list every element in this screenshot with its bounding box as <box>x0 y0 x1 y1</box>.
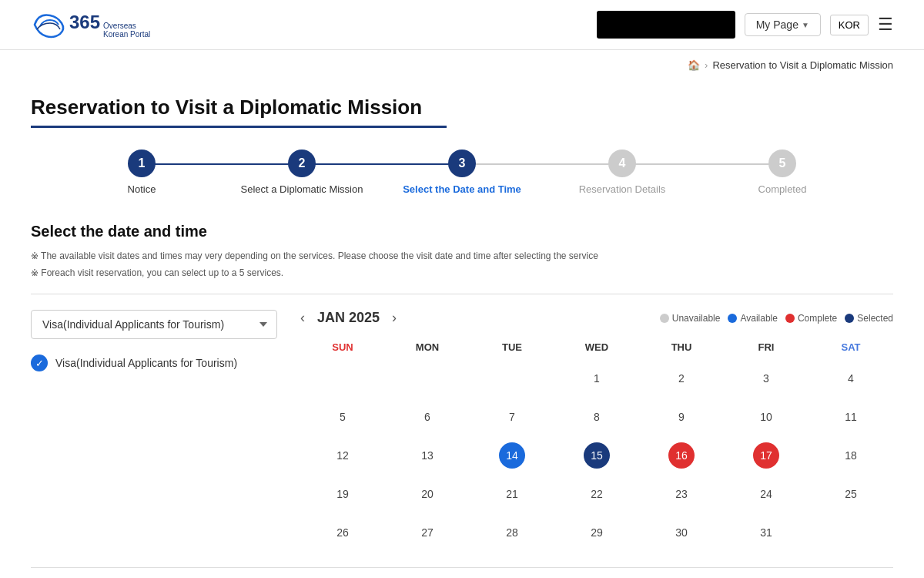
service-checkbox-label: Visa(Individual Applicants for Tourism) <box>55 357 237 369</box>
day-4: 4 <box>838 365 864 391</box>
day-7: 7 <box>499 404 525 430</box>
weekday-mon: MON <box>385 335 470 359</box>
logo-sub2: Korean Portal <box>103 30 150 39</box>
title-underline <box>31 126 447 128</box>
day-31: 31 <box>753 519 779 546</box>
calendar-week-1: 1234 <box>300 359 893 398</box>
service-checkbox[interactable]: ✓ Visa(Individual Applicants for Tourism… <box>31 355 277 371</box>
mypage-label: My Page <box>756 18 798 31</box>
bottom-section: ※Please check the required documents for… <box>31 567 893 578</box>
prev-month-button[interactable]: ‹ <box>300 310 305 326</box>
day-18: 18 <box>838 442 864 469</box>
step-2-circle: 2 <box>288 150 316 177</box>
step-connector-3 <box>462 163 622 165</box>
calendar-week-5: 262728293031 <box>300 513 893 552</box>
day-5: 5 <box>330 404 356 430</box>
calendar-cell <box>385 359 470 398</box>
calendar-nav: ‹ JAN 2025 › <box>300 310 397 326</box>
day-30: 30 <box>668 519 695 546</box>
calendar-cell: 1 <box>554 359 639 398</box>
day-13: 13 <box>414 442 440 469</box>
logo-icon <box>31 9 69 40</box>
calendar-cell: 19 <box>300 475 385 513</box>
calendar-cell: 7 <box>470 398 554 436</box>
day-6: 6 <box>414 404 440 430</box>
calendar-cell: 25 <box>808 475 893 513</box>
day-16[interactable]: 16 <box>668 442 695 469</box>
day-25: 25 <box>838 481 864 507</box>
search-input[interactable] <box>597 11 735 39</box>
day-1: 1 <box>584 365 610 391</box>
day-2: 2 <box>668 365 695 391</box>
section-title: Select the date and time <box>31 223 893 240</box>
selected-dot <box>845 314 854 323</box>
calendar-cell <box>808 513 893 552</box>
day-29: 29 <box>584 519 610 546</box>
day-11: 11 <box>838 404 864 430</box>
calendar-cell: 13 <box>385 436 470 475</box>
day-22: 22 <box>584 481 610 507</box>
weekday-tue: TUE <box>470 335 554 359</box>
calendar-cell <box>300 359 385 398</box>
calendar-cell: 21 <box>470 475 554 513</box>
checkbox-checked-icon: ✓ <box>31 355 48 371</box>
home-icon[interactable]: 🏠 <box>688 59 700 71</box>
service-dropdown[interactable]: Visa(Individual Applicants for Tourism) <box>31 310 277 339</box>
logo-sub1: Overseas <box>103 22 150 30</box>
step-2-label: Select a Diplomatic Mission <box>241 183 363 195</box>
day-28: 28 <box>499 519 525 546</box>
right-panel: ‹ JAN 2025 › Unavailable Available <box>300 310 893 552</box>
day-14[interactable]: 14 <box>499 442 525 469</box>
complete-dot <box>785 314 795 323</box>
day-24: 24 <box>753 481 779 507</box>
logo-number: 365 <box>69 12 100 33</box>
step-3: 3 Select the Date and Time <box>382 150 542 195</box>
breadcrumb-current: Reservation to Visit a Diplomatic Missio… <box>712 59 893 71</box>
calendar-cell: 18 <box>808 436 893 475</box>
calendar-cell: 2 <box>639 359 724 398</box>
calendar-header: ‹ JAN 2025 › Unavailable Available <box>300 310 893 326</box>
page-title: Reservation to Visit a Diplomatic Missio… <box>31 96 893 119</box>
logo-text-group: 365 Overseas Korean Portal <box>69 12 150 39</box>
calendar-cell: 29 <box>554 513 639 552</box>
calendar-cell: 6 <box>385 398 470 436</box>
day-8: 8 <box>584 404 610 430</box>
step-1: 1 Notice <box>62 150 222 195</box>
available-dot <box>728 314 737 323</box>
day-26: 26 <box>330 519 356 546</box>
mypage-button[interactable]: My Page ▼ <box>745 13 821 36</box>
day-17[interactable]: 17 <box>753 442 779 469</box>
calendar-cell: 27 <box>385 513 470 552</box>
step-4-circle: 4 <box>608 150 636 177</box>
day-10: 10 <box>753 404 779 430</box>
selected-label: Selected <box>857 313 893 324</box>
weekday-sun: SUN <box>300 335 385 359</box>
calendar-cell <box>470 359 554 398</box>
steps-container: 1 Notice 2 Select a Diplomatic Mission 3… <box>31 150 893 195</box>
menu-button[interactable]: ☰ <box>878 15 893 35</box>
day-9: 9 <box>668 404 695 430</box>
calendar-cell: 11 <box>808 398 893 436</box>
complete-label: Complete <box>798 313 837 324</box>
day-12: 12 <box>330 442 356 469</box>
next-month-button[interactable]: › <box>392 310 397 326</box>
calendar-legend: Unavailable Available Complete Selected <box>660 313 893 324</box>
legend-unavailable: Unavailable <box>660 313 721 324</box>
month-year-label: JAN 2025 <box>317 310 380 326</box>
unavailable-dot <box>660 314 669 323</box>
step-3-circle: 3 <box>448 150 476 177</box>
day-15[interactable]: 15 <box>584 442 610 469</box>
available-label: Available <box>740 313 777 324</box>
left-panel: Visa(Individual Applicants for Tourism) … <box>31 310 277 371</box>
calendar-cell: 10 <box>724 398 808 436</box>
calendar-week-3: 12131415161718 <box>300 436 893 475</box>
calendar-cell: 17 <box>724 436 808 475</box>
legend-selected: Selected <box>845 313 893 324</box>
language-button[interactable]: KOR <box>830 15 869 35</box>
calendar-cell: 15 <box>554 436 639 475</box>
calendar-week-4: 19202122232425 <box>300 475 893 513</box>
step-3-label: Select the Date and Time <box>403 183 521 195</box>
notice-text: ※ The available visit dates and times ma… <box>31 248 893 281</box>
breadcrumb: 🏠 › Reservation to Visit a Diplomatic Mi… <box>0 50 924 80</box>
calendar-cell: 9 <box>639 398 724 436</box>
